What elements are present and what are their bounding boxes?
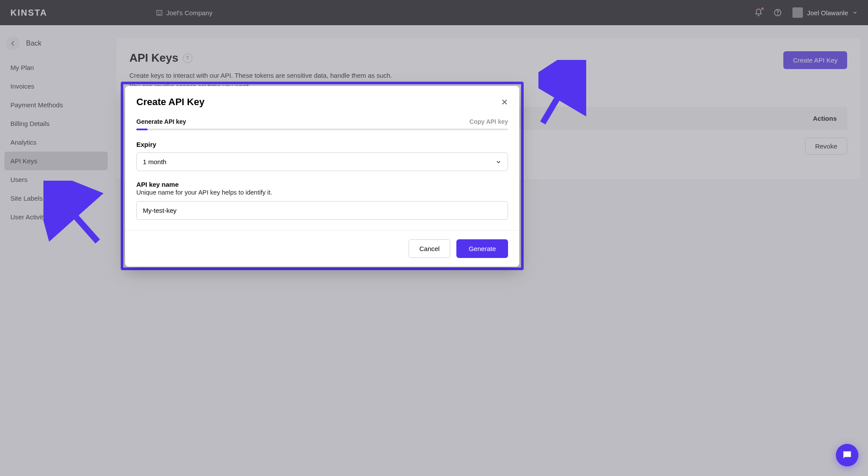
- step-generate: Generate API key: [136, 118, 186, 125]
- chat-widget-button[interactable]: [836, 444, 858, 466]
- modal-title: Create API Key: [136, 96, 205, 108]
- api-key-name-hint: Unique name for your API key helps to id…: [136, 189, 508, 196]
- cancel-button[interactable]: Cancel: [409, 239, 451, 258]
- chevron-down-icon: [495, 159, 502, 165]
- annotation-arrow-icon: [43, 181, 104, 246]
- create-api-key-modal: Create API Key Generate API key Copy API…: [125, 86, 519, 267]
- step-progress-fill: [136, 129, 148, 130]
- modal-overlay: Create API Key Generate API key Copy API…: [0, 0, 868, 476]
- step-progress-track: [136, 129, 508, 130]
- step-copy: Copy API key: [469, 118, 508, 125]
- api-key-name-label: API key name: [136, 181, 508, 188]
- expiry-value: 1 month: [143, 158, 166, 165]
- svg-line-10: [52, 190, 98, 241]
- annotation-arrow-icon: [538, 60, 586, 125]
- expiry-select[interactable]: 1 month: [136, 152, 508, 171]
- close-button[interactable]: [501, 99, 508, 106]
- api-key-name-input[interactable]: [136, 201, 508, 220]
- expiry-label: Expiry: [136, 141, 508, 148]
- svg-line-9: [543, 68, 575, 123]
- generate-button[interactable]: Generate: [456, 239, 508, 258]
